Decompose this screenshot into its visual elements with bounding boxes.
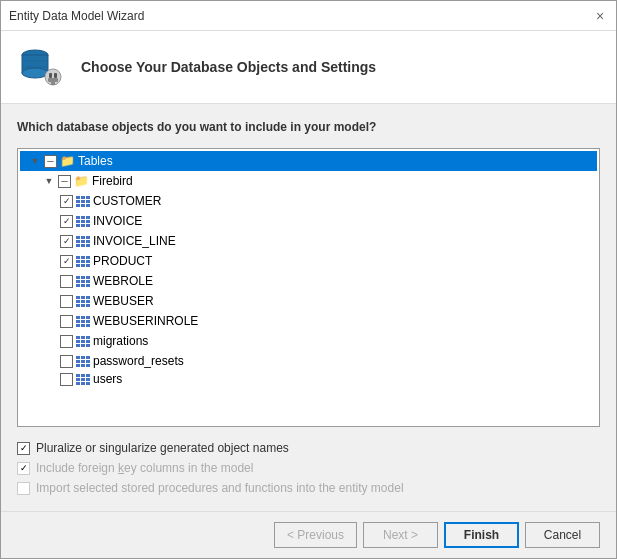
previous-button[interactable]: < Previous — [274, 522, 357, 548]
tree-item-customer[interactable]: CUSTOMER — [20, 191, 597, 211]
checkbox-users[interactable] — [60, 373, 73, 386]
checkbox-invoice-line[interactable] — [60, 235, 73, 248]
checkbox-webuser[interactable] — [60, 295, 73, 308]
table-icon-users — [76, 374, 90, 385]
cancel-button[interactable]: Cancel — [525, 522, 600, 548]
tree-item-webuserinrole[interactable]: WEBUSERINROLE — [20, 311, 597, 331]
label-webuser: WEBUSER — [93, 294, 154, 308]
table-icon-invoice — [76, 216, 90, 227]
label-foreign-key: Include foreign key columns in the model — [36, 461, 253, 475]
table-icon-customer — [76, 196, 90, 207]
tree-item-webrole[interactable]: WEBROLE — [20, 271, 597, 291]
svg-rect-7 — [54, 73, 57, 78]
label-invoice: INVOICE — [93, 214, 142, 228]
folder-icon-firebird: 📁 — [74, 174, 89, 188]
svg-rect-9 — [51, 82, 55, 85]
question-label: Which database objects do you want to in… — [17, 120, 600, 134]
expand-icon-firebird: ▼ — [42, 176, 56, 186]
label-firebird: Firebird — [92, 174, 133, 188]
label-webuserinrole: WEBUSERINROLE — [93, 314, 198, 328]
label-migrations: migrations — [93, 334, 148, 348]
checkbox-tables[interactable] — [44, 155, 57, 168]
label-customer: CUSTOMER — [93, 194, 161, 208]
header-section: Choose Your Database Objects and Setting… — [1, 31, 616, 104]
tree-item-migrations[interactable]: migrations — [20, 331, 597, 351]
checkbox-webuserinrole[interactable] — [60, 315, 73, 328]
tree-item-users[interactable]: users — [20, 371, 597, 387]
label-webrole: WEBROLE — [93, 274, 153, 288]
tree-item-invoice-line[interactable]: INVOICE_LINE — [20, 231, 597, 251]
checkbox-product[interactable] — [60, 255, 73, 268]
tree-item-firebird[interactable]: ▼ 📁 Firebird — [20, 171, 597, 191]
table-icon-webuserinrole — [76, 316, 90, 327]
table-icon-invoice-line — [76, 236, 90, 247]
checkbox-password-resets[interactable] — [60, 355, 73, 368]
tree-item-password-resets[interactable]: password_resets — [20, 351, 597, 371]
svg-rect-6 — [49, 73, 52, 78]
title-bar: Entity Data Model Wizard × — [1, 1, 616, 31]
label-pluralize: Pluralize or singularize generated objec… — [36, 441, 289, 455]
label-stored-proc: Import selected stored procedures and fu… — [36, 481, 404, 495]
close-button[interactable]: × — [592, 8, 608, 24]
content-section: Which database objects do you want to in… — [1, 104, 616, 511]
tree-view[interactable]: ▼ 📁 Tables ▼ 📁 Firebird CUSTOMER — [17, 148, 600, 427]
checkbox-customer[interactable] — [60, 195, 73, 208]
svg-rect-8 — [48, 78, 58, 82]
tree-item-invoice[interactable]: INVOICE — [20, 211, 597, 231]
next-button[interactable]: Next > — [363, 522, 438, 548]
checkbox-migrations[interactable] — [60, 335, 73, 348]
option-row-stored-proc: Import selected stored procedures and fu… — [17, 481, 600, 495]
database-icon — [17, 43, 65, 91]
checkbox-pluralize[interactable] — [17, 442, 30, 455]
option-row-pluralize: Pluralize or singularize generated objec… — [17, 441, 600, 455]
label-tables: Tables — [78, 154, 113, 168]
tree-item-product[interactable]: PRODUCT — [20, 251, 597, 271]
table-icon-webuser — [76, 296, 90, 307]
footer: < Previous Next > Finish Cancel — [1, 511, 616, 558]
checkbox-invoice[interactable] — [60, 215, 73, 228]
label-invoice-line: INVOICE_LINE — [93, 234, 176, 248]
header-title: Choose Your Database Objects and Setting… — [81, 59, 376, 75]
checkbox-webrole[interactable] — [60, 275, 73, 288]
label-password-resets: password_resets — [93, 354, 184, 368]
folder-icon-tables: 📁 — [60, 154, 75, 168]
entity-data-model-wizard-dialog: Entity Data Model Wizard × Choose — [0, 0, 617, 559]
checkbox-foreign-key — [17, 462, 30, 475]
svg-point-2 — [22, 68, 48, 78]
label-users: users — [93, 372, 122, 386]
table-icon-product — [76, 256, 90, 267]
options-section: Pluralize or singularize generated objec… — [17, 437, 600, 495]
finish-button[interactable]: Finish — [444, 522, 519, 548]
table-icon-migrations — [76, 336, 90, 347]
option-row-foreign-key: Include foreign key columns in the model — [17, 461, 600, 475]
table-icon-password-resets — [76, 356, 90, 367]
tree-item-tables[interactable]: ▼ 📁 Tables — [20, 151, 597, 171]
checkbox-stored-proc — [17, 482, 30, 495]
dialog-title: Entity Data Model Wizard — [9, 9, 144, 23]
table-icon-webrole — [76, 276, 90, 287]
checkbox-firebird[interactable] — [58, 175, 71, 188]
expand-icon-tables: ▼ — [28, 156, 42, 166]
tree-item-webuser[interactable]: WEBUSER — [20, 291, 597, 311]
label-product: PRODUCT — [93, 254, 152, 268]
